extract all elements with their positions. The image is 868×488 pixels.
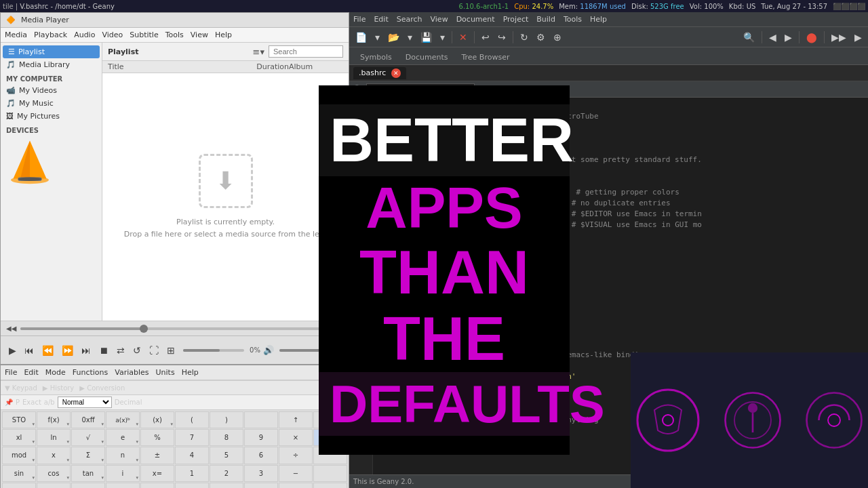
calc-key-xl[interactable]: xl▾ bbox=[2, 429, 36, 446]
geany-tab-documents[interactable]: Documents bbox=[399, 50, 455, 64]
geany-save-dropdown[interactable]: ▾ bbox=[437, 30, 448, 44]
sidebar-item-media-library[interactable]: 🎵 Media Library bbox=[1, 58, 102, 71]
vlc-skipback-button[interactable]: ⏮ bbox=[22, 344, 37, 357]
vlc-menu-help[interactable]: Help bbox=[215, 30, 232, 39]
geany-compile-btn[interactable]: ⬤ bbox=[803, 30, 821, 44]
calc-key-dot[interactable]: . bbox=[244, 483, 278, 488]
calc-key-plusminus[interactable]: ± bbox=[140, 447, 174, 464]
calc-key-minus[interactable]: − bbox=[279, 465, 313, 482]
vlc-volume-slider[interactable] bbox=[183, 349, 244, 352]
calc-key-i[interactable]: i▾ bbox=[106, 465, 140, 482]
vlc-menu-subtitle[interactable]: Subtitle bbox=[130, 30, 158, 39]
vlc-menu-view[interactable]: View bbox=[191, 30, 208, 39]
calc-key-xsub[interactable]: (x)▾ bbox=[140, 411, 174, 428]
vlc-ext-button[interactable]: ⊞ bbox=[164, 344, 178, 357]
geany-run-btn[interactable]: ▶▶ bbox=[828, 30, 850, 44]
calc-key-percent[interactable]: % bbox=[140, 429, 174, 446]
geany-nav-back[interactable]: ◀ bbox=[766, 30, 780, 44]
geany-extra1[interactable]: ⊕ bbox=[550, 30, 565, 44]
playlist-options-icon[interactable]: ≡▾ bbox=[253, 47, 264, 57]
calc-key-sqrt[interactable]: √▾ bbox=[71, 429, 105, 446]
calc-key-x[interactable]: x▾ bbox=[37, 447, 71, 464]
geany-menu-edit[interactable]: Edit bbox=[374, 15, 388, 24]
vlc-repeat-button[interactable]: ↺ bbox=[130, 344, 144, 357]
calc-key-zvar[interactable]: z▾ bbox=[71, 483, 105, 488]
geany-build2-btn[interactable]: ▶ bbox=[851, 30, 865, 44]
calc-key-hex[interactable]: 0xff▾ bbox=[71, 411, 105, 428]
calc-key-comma[interactable]: , bbox=[175, 483, 209, 488]
geany-menu-view[interactable]: View bbox=[431, 15, 448, 24]
calc-key-dollar[interactable]: $▾ bbox=[140, 483, 174, 488]
normal-select[interactable]: Normal Scientific Engineering bbox=[58, 396, 112, 408]
calc-key-sigma[interactable]: Σ▾ bbox=[71, 447, 105, 464]
calc-key-axb[interactable]: a(x)ᵇ▾ bbox=[106, 411, 140, 428]
calc-key-4[interactable]: 4 bbox=[175, 447, 209, 464]
calc-key-fx[interactable]: f(x)▾ bbox=[37, 411, 71, 428]
vlc-skipfwd-button[interactable]: ⏭ bbox=[79, 344, 94, 357]
geany-menu-project[interactable]: Project bbox=[503, 15, 529, 24]
file-tab-close[interactable]: ✕ bbox=[391, 68, 401, 78]
geany-undo-btn[interactable]: ↩ bbox=[478, 30, 493, 44]
calc-key-plus[interactable]: + bbox=[313, 483, 347, 488]
vlc-stop-button[interactable]: ⏹ bbox=[96, 344, 111, 357]
geany-new-dropdown[interactable]: ▾ bbox=[372, 30, 383, 44]
geany-save-btn[interactable]: 💾 bbox=[417, 30, 435, 44]
vlc-next-button[interactable]: ⏩ bbox=[59, 344, 76, 357]
calc-key-lparen[interactable]: ( bbox=[175, 411, 209, 428]
calc-key-e[interactable]: e▾ bbox=[106, 429, 140, 446]
geany-pref-btn[interactable]: ⚙ bbox=[533, 30, 549, 44]
sidebar-item-my-pictures[interactable]: 🖼 My Pictures bbox=[1, 110, 102, 123]
geany-menu-build[interactable]: Build bbox=[536, 15, 555, 24]
calc-key-1[interactable]: 1 bbox=[175, 465, 209, 482]
vlc-prev-button[interactable]: ⏪ bbox=[39, 344, 56, 357]
calc-key-divide[interactable]: ÷ bbox=[279, 447, 313, 464]
geany-open-dropdown[interactable]: ▾ bbox=[404, 30, 416, 44]
calc-key-xvar[interactable]: x▾ bbox=[2, 483, 36, 488]
calc-key-cos[interactable]: cos▾ bbox=[37, 465, 71, 482]
geany-menu-search[interactable]: Search bbox=[397, 15, 422, 24]
vlc-menu-tools[interactable]: Tools bbox=[165, 30, 184, 39]
calc-key-n[interactable]: n▾ bbox=[106, 447, 140, 464]
calc-menu-edit[interactable]: Edit bbox=[24, 368, 38, 377]
calc-key-5[interactable]: 5 bbox=[210, 447, 243, 464]
calc-key-0[interactable]: 0 bbox=[210, 483, 243, 488]
vlc-menu-video[interactable]: Video bbox=[102, 30, 123, 39]
calc-key-rparen[interactable]: ) bbox=[210, 411, 243, 428]
geany-tab-symbols[interactable]: Symbols bbox=[353, 50, 399, 64]
sidebar-item-my-music[interactable]: 🎵 My Music bbox=[1, 97, 102, 110]
geany-menu-tools[interactable]: Tools bbox=[564, 15, 582, 24]
geany-nav-fwd[interactable]: ▶ bbox=[781, 30, 795, 44]
calc-menu-mode[interactable]: Mode bbox=[45, 368, 66, 377]
calc-key-yvar[interactable]: y▾ bbox=[37, 483, 71, 488]
calc-key-xeq[interactable]: x= bbox=[140, 465, 174, 482]
calc-key-mod[interactable]: mod▾ bbox=[2, 447, 36, 464]
geany-new-btn[interactable]: 📄 bbox=[352, 30, 370, 44]
vlc-menu-playback[interactable]: Playback bbox=[34, 30, 67, 39]
geany-search-field[interactable]: 🔍 bbox=[740, 30, 758, 44]
vlc-menu-audio[interactable]: Audio bbox=[74, 30, 95, 39]
calc-key-exp[interactable]: EXP bbox=[279, 483, 313, 488]
calc-menu-help[interactable]: Help bbox=[182, 368, 199, 377]
calc-key-sin[interactable]: sin▾ bbox=[2, 465, 36, 482]
calc-key-sto[interactable]: STO▾ bbox=[2, 411, 36, 428]
calc-key-7[interactable]: 7 bbox=[175, 429, 209, 446]
geany-menu-document[interactable]: Document bbox=[456, 15, 495, 24]
keypad-toggle[interactable]: ▼ Keypad bbox=[5, 384, 37, 392]
vlc-play-button[interactable]: ▶ bbox=[6, 344, 19, 357]
seek-slider[interactable] bbox=[20, 327, 328, 330]
conversion-toggle[interactable]: ▶ Conversion bbox=[79, 384, 125, 392]
geany-file-tab[interactable]: .bashrc ✕ bbox=[353, 67, 406, 79]
vlc-search-input[interactable] bbox=[269, 45, 343, 58]
history-toggle[interactable]: ▶ History bbox=[43, 384, 74, 392]
calc-key-8[interactable]: 8 bbox=[210, 429, 243, 446]
geany-menu-file[interactable]: File bbox=[353, 15, 366, 24]
calc-key-tan[interactable]: tan▾ bbox=[71, 465, 105, 482]
sidebar-item-my-videos[interactable]: 📹 My Videos bbox=[1, 84, 102, 97]
calc-key-6[interactable]: 6 bbox=[244, 447, 278, 464]
sidebar-item-playlist[interactable]: ☰ Playlist bbox=[3, 45, 100, 58]
geany-refresh-btn[interactable]: ↻ bbox=[517, 30, 532, 44]
calc-menu-units[interactable]: Units bbox=[156, 368, 175, 377]
calc-key-3[interactable]: 3 bbox=[244, 465, 278, 482]
calc-key-2[interactable]: 2 bbox=[210, 465, 243, 482]
calc-key-9[interactable]: 9 bbox=[244, 429, 278, 446]
